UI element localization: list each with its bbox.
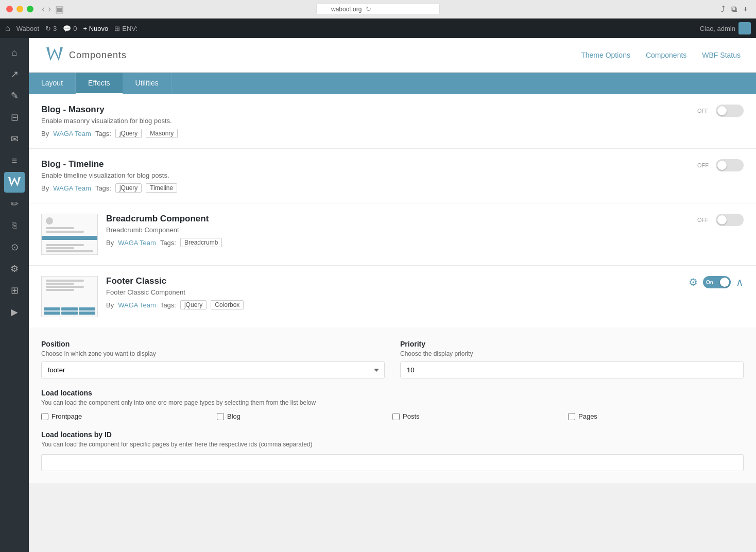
checkbox-frontpage: Frontpage <box>41 412 217 420</box>
author-link-3[interactable]: WAGA Team <box>118 301 156 309</box>
toggle-on-label-3: On <box>706 280 713 285</box>
component-desc-breadcrumb: Breadcrumb Component <box>106 226 689 234</box>
mac-nav[interactable]: ‹ › <box>42 4 51 14</box>
checkbox-pages-input[interactable] <box>568 413 575 420</box>
sidebar-item-dashboard[interactable]: ⌂ <box>4 42 25 63</box>
thumb-grid-footer <box>42 305 97 317</box>
mac-actions: ⤴ ⧉ + <box>721 5 748 14</box>
user-bar-item[interactable]: Ciao, admin <box>700 22 751 34</box>
thumb-grid-2 <box>61 307 78 310</box>
sidebar-item-tools[interactable]: ⚙ <box>4 258 25 279</box>
theme-options-nav[interactable]: Theme Options <box>581 51 630 59</box>
back-icon[interactable]: ‹ <box>42 4 45 14</box>
media-icon: ⊟ <box>11 112 19 123</box>
component-row-breadcrumb: Breadcrumb Component Breadcrumb Componen… <box>29 203 756 266</box>
load-by-id-section: Load locations by ID You can load the co… <box>41 430 744 471</box>
tag-jquery-0: jQuery <box>115 129 142 138</box>
sidebar-item-comments[interactable]: ✉ <box>4 129 25 149</box>
sidebar-item-waboot[interactable] <box>4 172 25 193</box>
thumb-grid-3 <box>79 307 95 310</box>
toggle-switch-2[interactable] <box>716 214 744 226</box>
reload-icon[interactable]: ↻ <box>366 5 371 13</box>
settings-col-priority: Priority Choose the display priority <box>400 340 744 378</box>
home-bar-item[interactable]: ⌂ <box>5 24 10 33</box>
component-toggle-breadcrumb: OFF <box>697 214 744 226</box>
position-select[interactable]: footer header before_content after_conte… <box>41 361 385 378</box>
component-settings-footer: Position Choose in which zone you want t… <box>29 327 756 484</box>
thumb-line-f4 <box>46 289 74 291</box>
sidebar-item-video[interactable]: ▶ <box>4 302 25 322</box>
sidebar-item-brush[interactable]: ⎘ <box>4 215 25 236</box>
tab-utilities[interactable]: Utilities <box>123 73 171 94</box>
component-info-blog-masonry: Blog - Masonry Enable masonry visualizat… <box>41 105 689 138</box>
author-link-2[interactable]: WAGA Team <box>118 239 156 247</box>
plugin-logo-text: Components <box>69 50 127 61</box>
sidebar-item-media[interactable]: ⊟ <box>4 107 25 128</box>
user-icon: ⊙ <box>11 242 19 253</box>
checkbox-frontpage-input[interactable] <box>41 413 48 420</box>
minimize-button[interactable] <box>16 6 23 12</box>
author-link-0[interactable]: WAGA Team <box>53 130 91 137</box>
close-button[interactable] <box>6 6 13 12</box>
component-meta-footer: By WAGA Team Tags: jQuery Colorbox <box>106 300 680 309</box>
sidebar-item-stats[interactable]: ↗ <box>4 64 25 84</box>
dashboard-icon: ⌂ <box>12 47 18 58</box>
maximize-button[interactable] <box>27 6 33 12</box>
sidebar-item-posts[interactable]: ≡ <box>4 150 25 171</box>
sidebar-item-users[interactable]: ⊙ <box>4 237 25 257</box>
tab-layout[interactable]: Layout <box>29 73 76 94</box>
thumb-top-breadcrumb <box>42 214 97 236</box>
checkbox-posts-input[interactable] <box>392 413 400 420</box>
checkbox-blog-label: Blog <box>227 412 240 420</box>
toggle-switch-3[interactable]: On <box>703 276 731 288</box>
component-meta-breadcrumb: By WAGA Team Tags: Breadcrumb <box>106 238 689 247</box>
checkbox-blog: Blog <box>217 412 392 420</box>
thumb-blue-bar-breadcrumb <box>42 236 97 240</box>
component-toggle-blog-timeline: OFF <box>697 159 744 171</box>
priority-input[interactable] <box>400 361 744 378</box>
component-row-footer-classic: Footer Classic Footer Classic Component … <box>29 266 756 327</box>
tabs-icon[interactable]: ⧉ <box>731 5 737 14</box>
new-label: + Nuovo <box>83 25 108 32</box>
component-info-blog-timeline: Blog - Timeline Enable timeline visualiz… <box>41 159 689 193</box>
waboot-icon <box>5 173 24 192</box>
tag-colorbox-3: Colorbox <box>211 300 244 309</box>
site-name-bar-item[interactable]: Waboot <box>16 25 39 32</box>
component-thumbnail-breadcrumb <box>41 214 98 255</box>
reader-icon[interactable]: ▣ <box>55 4 64 15</box>
gear-settings-icon[interactable]: ⚙ <box>689 276 698 288</box>
sidebar-item-edit[interactable]: ✏ <box>4 194 25 214</box>
forward-icon[interactable]: › <box>48 4 51 14</box>
checkbox-blog-input[interactable] <box>217 413 224 420</box>
sidebar-item-pin[interactable]: ✎ <box>4 85 25 106</box>
share-icon[interactable]: ⤴ <box>721 5 725 14</box>
comments-bar-item[interactable]: 💬 0 <box>63 25 77 32</box>
component-info-footer: Footer Classic Footer Classic Component … <box>106 276 680 309</box>
content-area: Blog - Masonry Enable masonry visualizat… <box>29 94 756 484</box>
new-bar-item[interactable]: + Nuovo <box>83 25 108 32</box>
components-nav[interactable]: Components <box>646 51 686 59</box>
add-tab-icon[interactable]: + <box>743 5 748 14</box>
wp-admin-bar: ⌂ Waboot ↻ 3 💬 0 + Nuovo ⊞ ENV: Ciao, ad… <box>0 19 756 38</box>
author-link-1[interactable]: WAGA Team <box>53 184 91 192</box>
updates-bar-item[interactable]: ↻ 3 <box>45 25 57 32</box>
sidebar-item-plugins[interactable]: ⊞ <box>4 280 25 301</box>
plugin-header: Components Theme Options Components WBF … <box>29 38 756 73</box>
load-by-id-input[interactable] <box>41 454 744 471</box>
thumb-top-footer <box>42 277 97 305</box>
toggle-switch-0[interactable] <box>716 105 744 117</box>
toggle-switch-1[interactable] <box>716 159 744 171</box>
component-toggle-footer: ⚙ On ∧ <box>689 276 744 288</box>
wbf-status-nav[interactable]: WBF Status <box>702 51 741 59</box>
tag-jquery-1: jQuery <box>115 183 142 193</box>
env-bar-item[interactable]: ⊞ ENV: <box>114 25 138 32</box>
stats-icon: ↗ <box>11 68 19 80</box>
tab-effects[interactable]: Effects <box>76 73 123 94</box>
address-bar[interactable]: waboot.org ↻ <box>316 3 440 15</box>
env-icon: ⊞ <box>114 25 120 32</box>
component-desc-blog-masonry: Enable masonry visualization for blog po… <box>41 117 689 125</box>
plugin-logo: Components <box>44 46 127 64</box>
collapse-icon[interactable]: ∧ <box>736 276 744 288</box>
updates-count: 3 <box>53 25 57 32</box>
by-label-3: By <box>106 301 114 309</box>
